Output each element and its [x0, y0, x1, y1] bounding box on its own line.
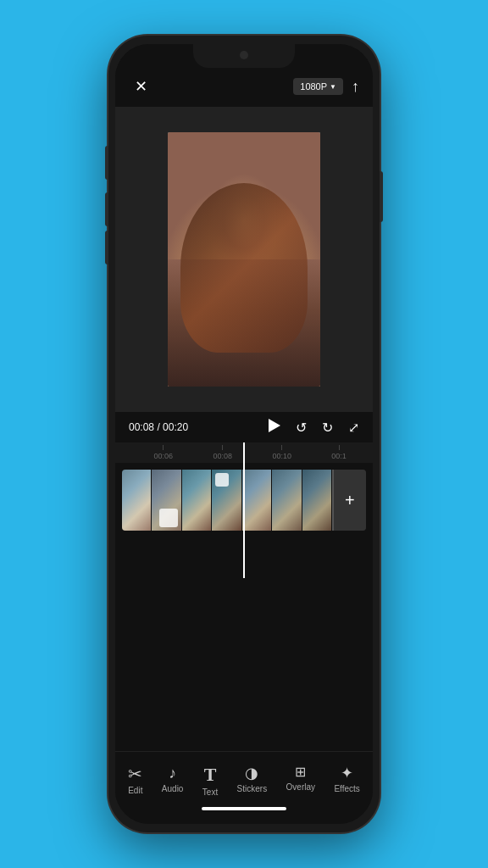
clip-marker-2	[215, 473, 229, 487]
ruler-tick-3: 00:10	[272, 445, 291, 460]
tick-label-3: 00:10	[272, 452, 291, 460]
timeline-area: 00:06 00:08 00:10 00:1	[115, 442, 373, 751]
thumbnail-strip[interactable]: +	[122, 470, 366, 531]
thumb-6	[272, 470, 302, 531]
stickers-icon: ◑	[245, 765, 258, 781]
redo-button[interactable]: ↻	[322, 420, 333, 436]
playback-controls: ↺ ↻ ⤢	[269, 419, 359, 436]
resolution-button[interactable]: 1080P ▼	[293, 78, 343, 95]
ruler-tick-4: 00:1	[331, 445, 347, 460]
overlay-icon: ⊞	[295, 765, 306, 779]
text-label: Text	[202, 787, 218, 797]
export-button[interactable]: ↑	[352, 78, 359, 96]
toolbar-item-overlay[interactable]: ⊞ Overlay	[280, 762, 322, 795]
toolbar-item-effects[interactable]: ✦ Effects	[327, 762, 366, 797]
effects-label: Effects	[334, 784, 359, 793]
camera-dot	[240, 51, 248, 59]
thumb-1	[122, 470, 152, 531]
notch	[193, 44, 295, 68]
fullscreen-button[interactable]: ⤢	[348, 420, 359, 436]
thumb-4	[212, 470, 241, 531]
overlay-label: Overlay	[286, 782, 315, 792]
tick-label-2: 00:08	[214, 452, 233, 460]
thumb-5	[242, 470, 272, 531]
toolbar-item-stickers[interactable]: ◑ Stickers	[230, 762, 274, 797]
audio-label: Audio	[162, 784, 184, 793]
edit-icon: ✂	[128, 765, 142, 782]
ruler-tick-1: 00:06	[154, 445, 174, 460]
video-thumbnail	[168, 132, 320, 387]
toolbar-item-edit[interactable]: ✂ Edit	[121, 762, 149, 798]
toolbar-item-text[interactable]: T Text	[196, 762, 225, 800]
home-indicator	[202, 807, 286, 810]
controls-bar: 00:08 / 00:20 ↺ ↻ ⤢	[115, 412, 373, 442]
toolbar-item-audio[interactable]: ♪ Audio	[155, 762, 191, 797]
timeline-ruler: 00:06 00:08 00:10 00:1	[115, 442, 373, 463]
undo-button[interactable]: ↺	[296, 420, 307, 436]
play-button[interactable]	[269, 419, 280, 436]
tick-label-1: 00:06	[154, 452, 174, 460]
edit-label: Edit	[128, 786, 142, 795]
phone-screen: ✕ 1080P ▼ ↑ 00:08 / 00:20	[115, 44, 373, 824]
stickers-label: Stickers	[237, 784, 268, 793]
tick-label-4: 00:1	[331, 452, 347, 460]
toolbar-items: ✂ Edit ♪ Audio T Text ◑ Stickers ⊞	[119, 762, 369, 800]
video-preview	[115, 107, 373, 412]
hair-overlay	[180, 183, 308, 353]
text-icon: T	[204, 765, 217, 784]
top-right-controls: 1080P ▼ ↑	[293, 78, 359, 96]
play-icon	[269, 419, 280, 432]
ruler-tick-2: 00:08	[214, 445, 233, 460]
current-time: 00:08	[129, 421, 154, 433]
time-display: 00:08 / 00:20	[129, 421, 188, 433]
bottom-toolbar: ✂ Edit ♪ Audio T Text ◑ Stickers ⊞	[115, 751, 373, 824]
audio-icon: ♪	[169, 765, 176, 781]
resolution-arrow: ▼	[330, 83, 336, 91]
thumb-7	[302, 470, 332, 531]
clip-marker-1	[159, 509, 178, 527]
effects-icon: ✦	[341, 765, 353, 781]
thumb-3	[182, 470, 212, 531]
strip-container: +	[115, 466, 373, 534]
phone-frame: ✕ 1080P ▼ ↑ 00:08 / 00:20	[108, 36, 380, 832]
add-clip-button[interactable]: +	[332, 470, 366, 531]
thumb-2	[152, 470, 181, 531]
total-time: 00:20	[163, 421, 188, 433]
close-button[interactable]: ✕	[129, 75, 152, 98]
